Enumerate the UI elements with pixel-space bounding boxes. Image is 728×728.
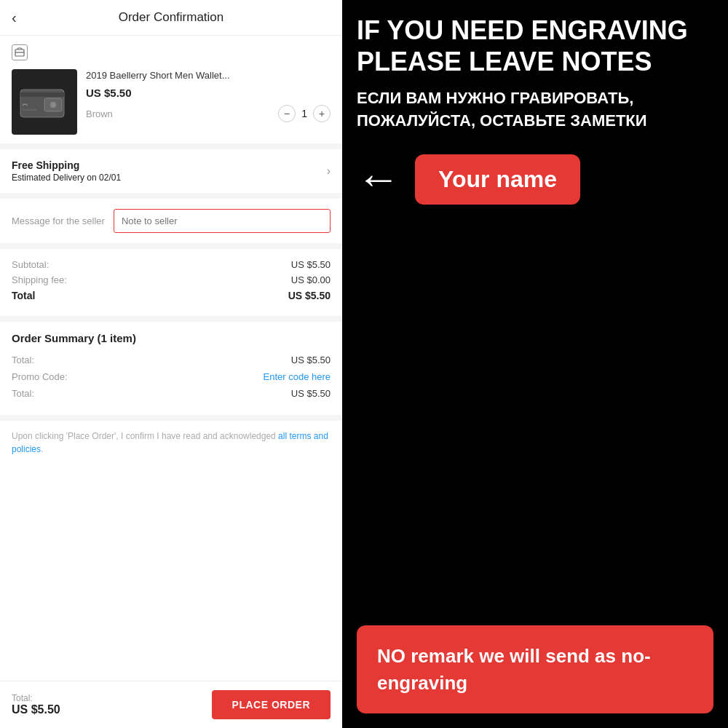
bottom-bar: Total: US $5.50 PLACE ORDER [0,681,342,728]
shipping-fee-label: Shipping fee: [12,274,67,285]
shipping-fee-value: US $0.00 [291,274,331,285]
arrow-name-row: ← Your name [357,154,713,205]
message-label: Message for the seller [12,215,105,226]
terms-section: Upon clicking 'Place Order', I confirm I… [0,421,342,514]
bottom-total: Total: US $5.50 [12,693,60,716]
summary-final-value: US $5.50 [291,388,331,399]
promo-code-link[interactable]: Enter code here [263,371,331,382]
summary-final-label: Total: [12,388,34,399]
back-button[interactable]: ‹ [12,9,17,26]
shipping-subtitle-prefix: Estimated Delivery on [12,173,99,183]
product-info: 2019 Baellerry Short Men Wallet... US $5… [86,69,331,122]
delivery-date: 02/01 [99,173,121,183]
spacer [357,226,713,625]
order-summary-section: Order Summary (1 item) Total: US $5.50 P… [0,322,342,421]
subtotal-value: US $5.50 [291,259,331,270]
summary-final-row: Total: US $5.50 [12,388,331,399]
order-confirmation-header: ‹ Order Confirmation [0,0,342,36]
shipping-title: Free Shipping [12,159,121,171]
shipping-row: Free Shipping Estimated Delivery on 02/0… [12,159,331,183]
product-row: 2019 Baellerry Short Men Wallet... US $5… [12,69,331,135]
product-section: 2019 Baellerry Short Men Wallet... US $5… [0,36,342,149]
summary-total-label: Total: [12,355,34,365]
svg-point-5 [50,102,56,108]
product-variant: Brown [86,108,113,119]
product-image [12,69,77,135]
subtotal-label: Subtotal: [12,259,49,270]
subtotal-row: Subtotal: US $5.50 [12,259,331,270]
store-row [12,44,331,60]
terms-text: Upon clicking 'Place Order', I confirm I… [12,430,331,456]
place-order-button[interactable]: PLACE ORDER [212,690,331,719]
shipping-subtitle: Estimated Delivery on 02/01 [12,173,121,183]
page-title: Order Confirmation [119,10,224,25]
quantity-control: − 1 + [278,105,331,122]
bottom-total-value: US $5.50 [12,703,60,716]
product-variant-row: Brown − 1 + [86,105,331,122]
total-value: US $5.50 [288,290,331,301]
totals-section: Subtotal: US $5.50 Shipping fee: US $0.0… [0,249,342,322]
engraving-title: IF YOU NEED ENGRAVING PLEASE LEAVE NOTES [357,15,713,77]
arrow-left-icon: ← [357,157,400,201]
summary-total-value: US $5.50 [291,355,331,365]
russian-text: ЕСЛИ ВАМ НУЖНО ГРАВИРОВАТЬ, ПОЖАЛУЙСТА, … [357,87,713,132]
total-label: Total [12,290,35,301]
shipping-info: Free Shipping Estimated Delivery on 02/0… [12,159,121,183]
terms-prefix: Upon clicking 'Place Order', I confirm I… [12,431,278,441]
promo-row: Promo Code: Enter code here [12,371,331,382]
shipping-chevron-icon[interactable]: › [327,165,331,178]
message-row: Message for the seller [12,209,331,233]
order-content: 2019 Baellerry Short Men Wallet... US $5… [0,36,342,728]
svg-rect-3 [20,92,64,97]
bottom-total-label: Total: [12,693,60,703]
note-to-seller-input[interactable] [114,209,331,233]
total-row: Total US $5.50 [12,290,331,301]
store-icon [12,44,28,60]
product-price: US $5.50 [86,87,331,99]
shipping-section: Free Shipping Estimated Delivery on 02/0… [0,149,342,199]
no-remark-badge: NO remark we will send as no-engraving [357,625,713,713]
quantity-value: 1 [301,108,307,119]
product-name: 2019 Baellerry Short Men Wallet... [86,69,331,82]
promo-label: Promo Code: [12,371,68,382]
right-panel: IF YOU NEED ENGRAVING PLEASE LEAVE NOTES… [342,0,728,728]
your-name-badge: Your name [415,154,580,205]
shipping-fee-row: Shipping fee: US $0.00 [12,274,331,285]
terms-suffix: . [41,444,43,454]
summary-title: Order Summary (1 item) [12,332,331,344]
increase-qty-button[interactable]: + [313,105,331,122]
decrease-qty-button[interactable]: − [278,105,296,122]
summary-total-row: Total: US $5.50 [12,355,331,365]
message-section: Message for the seller [0,199,342,249]
